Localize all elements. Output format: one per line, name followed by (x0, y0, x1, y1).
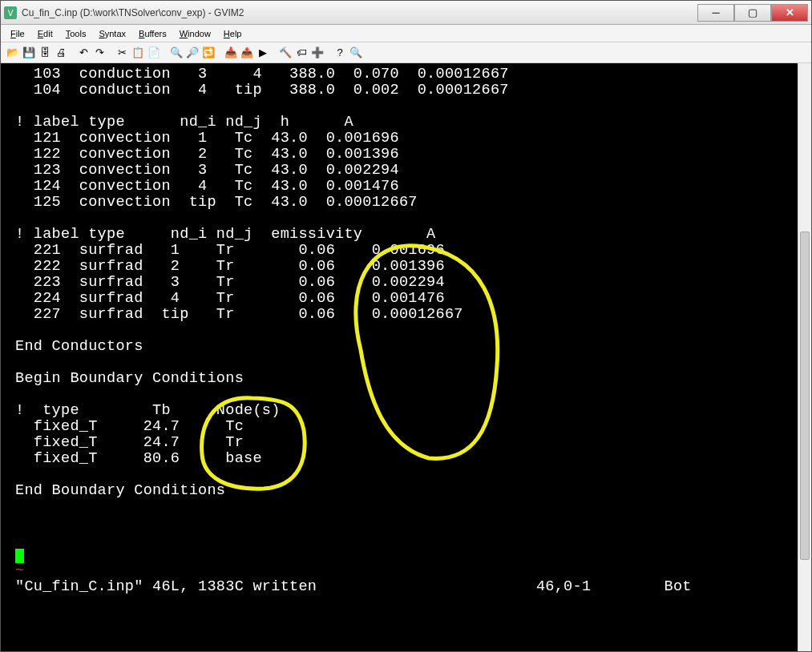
menubar: File Edit Tools Syntax Buffers Window He… (1, 25, 811, 42)
cursor (15, 549, 24, 563)
open-icon[interactable]: 📂 (6, 46, 20, 60)
status-line: "Cu_fin_C.inp" 46L, 1383C written 46,0-1… (15, 579, 783, 595)
help-icon[interactable]: ? (333, 46, 347, 60)
session-load-icon[interactable]: 📥 (224, 46, 238, 60)
find-icon[interactable]: 🔍 (169, 46, 184, 60)
saveall-icon[interactable]: 🗄 (38, 46, 52, 60)
tags-icon[interactable]: 🏷 (294, 46, 309, 60)
newtab-icon[interactable]: ➕ (310, 46, 325, 60)
cut-icon[interactable]: ✂ (115, 46, 129, 60)
tilde-line: ~ (15, 563, 783, 579)
redo-icon[interactable]: ↷ (92, 46, 107, 60)
replace-icon[interactable]: 🔁 (201, 46, 216, 60)
paste-icon[interactable]: 📄 (147, 46, 161, 60)
findnext-icon[interactable]: 🔎 (185, 46, 200, 60)
scroll-thumb[interactable] (800, 231, 810, 560)
menu-help[interactable]: Help (219, 27, 247, 40)
menu-window[interactable]: Window (175, 27, 216, 40)
search-help-icon[interactable]: 🔍 (349, 46, 363, 60)
menu-file[interactable]: File (6, 27, 30, 40)
menu-syntax[interactable]: Syntax (94, 27, 131, 40)
editor-content[interactable]: 103 conduction 3 4 388.0 0.070 0.0001266… (1, 63, 798, 651)
run-script-icon[interactable]: ▶ (256, 46, 270, 60)
menu-tools[interactable]: Tools (61, 27, 91, 40)
print-icon[interactable]: 🖨 (54, 46, 68, 60)
close-button[interactable]: ✕ (771, 4, 808, 22)
toolbar: 📂 💾 🗄 🖨 ↶ ↷ ✂ 📋 📄 🔍 🔎 🔁 📥 📤 ▶ 🔨 🏷 ➕ ? 🔍 (1, 42, 811, 63)
menu-buffers[interactable]: Buffers (134, 27, 172, 40)
vertical-scrollbar[interactable] (798, 63, 811, 651)
titlebar: V Cu_fin_C.inp (D:\work\TNSolver\conv_ex… (1, 1, 811, 25)
undo-icon[interactable]: ↶ (76, 46, 91, 60)
maximize-button[interactable]: ▢ (734, 4, 771, 22)
window-title: Cu_fin_C.inp (D:\work\TNSolver\conv_exp)… (22, 7, 697, 18)
make-icon[interactable]: 🔨 (278, 46, 293, 60)
svg-text:V: V (8, 9, 14, 18)
save-icon[interactable]: 💾 (22, 46, 36, 60)
app-icon: V (4, 6, 17, 19)
minimize-button[interactable]: ─ (697, 4, 734, 22)
copy-icon[interactable]: 📋 (131, 46, 145, 60)
menu-edit[interactable]: Edit (33, 27, 58, 40)
session-save-icon[interactable]: 📤 (240, 46, 254, 60)
